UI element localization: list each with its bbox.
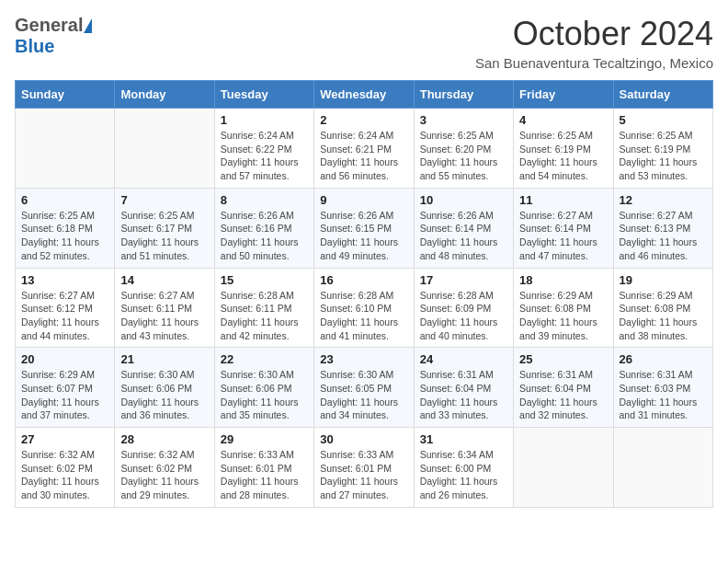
- cell-content: Sunrise: 6:32 AM Sunset: 6:02 PM Dayligh…: [21, 448, 108, 502]
- cell-content: Sunrise: 6:28 AM Sunset: 6:09 PM Dayligh…: [420, 289, 507, 343]
- day-number: 24: [420, 352, 507, 366]
- day-number: 19: [620, 273, 707, 287]
- day-header-saturday: Saturday: [613, 81, 712, 109]
- cell-content: Sunrise: 6:27 AM Sunset: 6:12 PM Dayligh…: [21, 289, 108, 343]
- day-number: 3: [420, 113, 507, 127]
- title-area: October 2024 San Buenaventura Tecaltzing…: [475, 15, 713, 71]
- day-number: 16: [320, 273, 407, 287]
- day-number: 27: [21, 432, 108, 446]
- calendar-header-row: SundayMondayTuesdayWednesdayThursdayFrid…: [16, 81, 713, 109]
- calendar-week-5: 27Sunrise: 6:32 AM Sunset: 6:02 PM Dayli…: [16, 428, 713, 508]
- calendar-cell: 15Sunrise: 6:28 AM Sunset: 6:11 PM Dayli…: [214, 268, 313, 348]
- cell-content: Sunrise: 6:24 AM Sunset: 6:22 PM Dayligh…: [221, 129, 308, 183]
- calendar-cell: 4Sunrise: 6:25 AM Sunset: 6:19 PM Daylig…: [514, 109, 613, 189]
- calendar-cell: 22Sunrise: 6:30 AM Sunset: 6:06 PM Dayli…: [214, 348, 313, 428]
- cell-content: Sunrise: 6:31 AM Sunset: 6:03 PM Dayligh…: [620, 368, 707, 422]
- cell-content: Sunrise: 6:26 AM Sunset: 6:16 PM Dayligh…: [221, 209, 308, 263]
- calendar-cell: [613, 428, 712, 508]
- day-number: 10: [420, 193, 507, 207]
- cell-content: Sunrise: 6:26 AM Sunset: 6:15 PM Dayligh…: [320, 209, 407, 263]
- day-number: 8: [221, 193, 308, 207]
- calendar-cell: 27Sunrise: 6:32 AM Sunset: 6:02 PM Dayli…: [16, 428, 115, 508]
- day-header-tuesday: Tuesday: [214, 81, 313, 109]
- cell-content: Sunrise: 6:31 AM Sunset: 6:04 PM Dayligh…: [420, 368, 507, 422]
- day-number: 14: [120, 273, 208, 287]
- calendar-cell: 21Sunrise: 6:30 AM Sunset: 6:06 PM Dayli…: [115, 348, 214, 428]
- calendar-week-1: 1Sunrise: 6:24 AM Sunset: 6:22 PM Daylig…: [16, 109, 713, 189]
- logo: General Blue: [15, 15, 92, 57]
- cell-content: Sunrise: 6:25 AM Sunset: 6:18 PM Dayligh…: [21, 209, 108, 263]
- logo-general: General: [15, 15, 83, 36]
- calendar-cell: 23Sunrise: 6:30 AM Sunset: 6:05 PM Dayli…: [314, 348, 414, 428]
- day-number: 29: [221, 432, 308, 446]
- cell-content: Sunrise: 6:28 AM Sunset: 6:11 PM Dayligh…: [221, 289, 308, 343]
- calendar-cell: 17Sunrise: 6:28 AM Sunset: 6:09 PM Dayli…: [414, 268, 513, 348]
- cell-content: Sunrise: 6:31 AM Sunset: 6:04 PM Dayligh…: [519, 368, 607, 422]
- day-header-friday: Friday: [514, 81, 613, 109]
- calendar-cell: 29Sunrise: 6:33 AM Sunset: 6:01 PM Dayli…: [214, 428, 313, 508]
- day-header-thursday: Thursday: [414, 81, 513, 109]
- cell-content: Sunrise: 6:30 AM Sunset: 6:06 PM Dayligh…: [120, 368, 208, 422]
- calendar-week-3: 13Sunrise: 6:27 AM Sunset: 6:12 PM Dayli…: [16, 268, 713, 348]
- calendar-cell: 25Sunrise: 6:31 AM Sunset: 6:04 PM Dayli…: [514, 348, 613, 428]
- logo-blue: Blue: [15, 36, 54, 57]
- calendar-cell: 6Sunrise: 6:25 AM Sunset: 6:18 PM Daylig…: [16, 188, 115, 268]
- day-header-monday: Monday: [115, 81, 214, 109]
- day-number: 5: [620, 113, 707, 127]
- day-number: 18: [519, 273, 607, 287]
- calendar-cell: 12Sunrise: 6:27 AM Sunset: 6:13 PM Dayli…: [613, 188, 712, 268]
- calendar-table: SundayMondayTuesdayWednesdayThursdayFrid…: [15, 80, 713, 508]
- cell-content: Sunrise: 6:34 AM Sunset: 6:00 PM Dayligh…: [420, 448, 507, 502]
- calendar-cell: 9Sunrise: 6:26 AM Sunset: 6:15 PM Daylig…: [314, 188, 414, 268]
- day-number: 12: [620, 193, 707, 207]
- calendar-cell: 28Sunrise: 6:32 AM Sunset: 6:02 PM Dayli…: [115, 428, 214, 508]
- day-header-sunday: Sunday: [16, 81, 115, 109]
- cell-content: Sunrise: 6:29 AM Sunset: 6:07 PM Dayligh…: [21, 368, 108, 422]
- cell-content: Sunrise: 6:27 AM Sunset: 6:14 PM Dayligh…: [519, 209, 607, 263]
- calendar-cell: 24Sunrise: 6:31 AM Sunset: 6:04 PM Dayli…: [414, 348, 513, 428]
- page-header: General Blue October 2024 San Buenaventu…: [15, 15, 713, 71]
- day-number: 9: [320, 193, 407, 207]
- cell-content: Sunrise: 6:24 AM Sunset: 6:21 PM Dayligh…: [320, 129, 407, 183]
- location-title: San Buenaventura Tecaltzingo, Mexico: [475, 55, 713, 71]
- day-number: 11: [519, 193, 607, 207]
- calendar-cell: 10Sunrise: 6:26 AM Sunset: 6:14 PM Dayli…: [414, 188, 513, 268]
- day-number: 20: [21, 352, 108, 366]
- calendar-week-4: 20Sunrise: 6:29 AM Sunset: 6:07 PM Dayli…: [16, 348, 713, 428]
- calendar-cell: 13Sunrise: 6:27 AM Sunset: 6:12 PM Dayli…: [16, 268, 115, 348]
- day-number: 23: [320, 352, 407, 366]
- cell-content: Sunrise: 6:28 AM Sunset: 6:10 PM Dayligh…: [320, 289, 407, 343]
- cell-content: Sunrise: 6:27 AM Sunset: 6:13 PM Dayligh…: [620, 209, 707, 263]
- cell-content: Sunrise: 6:26 AM Sunset: 6:14 PM Dayligh…: [420, 209, 507, 263]
- calendar-cell: [514, 428, 613, 508]
- cell-content: Sunrise: 6:27 AM Sunset: 6:11 PM Dayligh…: [120, 289, 208, 343]
- day-number: 2: [320, 113, 407, 127]
- calendar-cell: 16Sunrise: 6:28 AM Sunset: 6:10 PM Dayli…: [314, 268, 414, 348]
- calendar-cell: [115, 109, 214, 189]
- logo-triangle-icon: [84, 18, 92, 33]
- calendar-cell: 20Sunrise: 6:29 AM Sunset: 6:07 PM Dayli…: [16, 348, 115, 428]
- cell-content: Sunrise: 6:29 AM Sunset: 6:08 PM Dayligh…: [519, 289, 607, 343]
- calendar-cell: 26Sunrise: 6:31 AM Sunset: 6:03 PM Dayli…: [613, 348, 712, 428]
- day-number: 17: [420, 273, 507, 287]
- day-number: 22: [221, 352, 308, 366]
- month-title: October 2024: [475, 15, 713, 53]
- calendar-cell: 3Sunrise: 6:25 AM Sunset: 6:20 PM Daylig…: [414, 109, 513, 189]
- day-number: 7: [120, 193, 208, 207]
- cell-content: Sunrise: 6:30 AM Sunset: 6:05 PM Dayligh…: [320, 368, 407, 422]
- calendar-cell: [16, 109, 115, 189]
- day-number: 30: [320, 432, 407, 446]
- cell-content: Sunrise: 6:25 AM Sunset: 6:19 PM Dayligh…: [620, 129, 707, 183]
- calendar-cell: 14Sunrise: 6:27 AM Sunset: 6:11 PM Dayli…: [115, 268, 214, 348]
- calendar-cell: 11Sunrise: 6:27 AM Sunset: 6:14 PM Dayli…: [514, 188, 613, 268]
- cell-content: Sunrise: 6:33 AM Sunset: 6:01 PM Dayligh…: [221, 448, 308, 502]
- calendar-cell: 30Sunrise: 6:33 AM Sunset: 6:01 PM Dayli…: [314, 428, 414, 508]
- day-number: 21: [120, 352, 208, 366]
- calendar-cell: 5Sunrise: 6:25 AM Sunset: 6:19 PM Daylig…: [613, 109, 712, 189]
- day-number: 13: [21, 273, 108, 287]
- calendar-cell: 1Sunrise: 6:24 AM Sunset: 6:22 PM Daylig…: [214, 109, 313, 189]
- calendar-week-2: 6Sunrise: 6:25 AM Sunset: 6:18 PM Daylig…: [16, 188, 713, 268]
- day-number: 25: [519, 352, 607, 366]
- day-number: 15: [221, 273, 308, 287]
- cell-content: Sunrise: 6:32 AM Sunset: 6:02 PM Dayligh…: [120, 448, 208, 502]
